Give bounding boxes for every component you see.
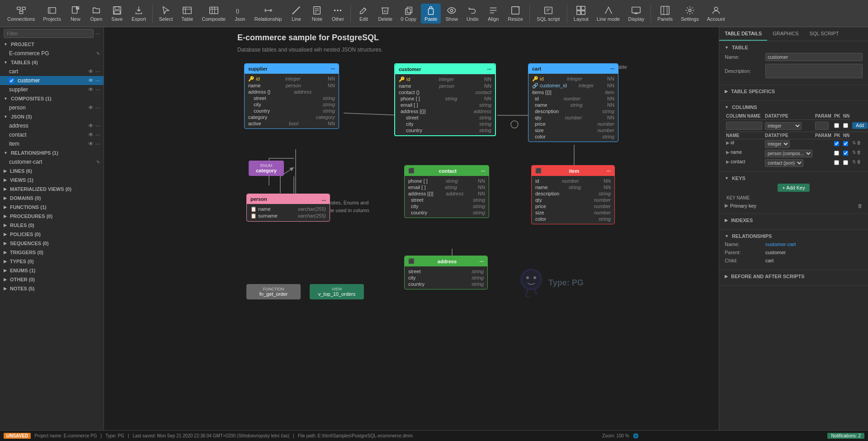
section-tables[interactable]: ▼ TABLES (4) [0,58,104,67]
eye-icon[interactable]: 👁 [88,123,94,129]
rel-name-value[interactable]: customer-cart [765,242,796,247]
table-description-input[interactable] [765,64,863,78]
nn-checkbox[interactable] [843,151,848,156]
section-project[interactable]: ▼ PROJECT [0,40,104,49]
section-lines[interactable]: ▶ LINES (6) [0,166,104,175]
table-menu-icon[interactable]: ··· [480,259,484,264]
sidebar-item-cart[interactable]: cart 👁··· [0,67,104,76]
section-indexes-header[interactable]: ▶ INDEXES [725,218,863,223]
sidebar-item-item[interactable]: item 👁··· [0,139,104,148]
view-top10[interactable]: VIEW v_top_10_orders [310,284,364,299]
resize-button[interactable]: Resize [504,4,527,24]
more-icon[interactable]: ··· [95,141,100,147]
table-contact[interactable]: ⬛contact ··· phone [ ]stringNN email [ ]… [404,165,489,218]
show-button[interactable]: Show [442,4,462,24]
expand-row-icon[interactable]: ▶ [726,140,730,145]
section-domains[interactable]: ▶ DOMAINS (0) [0,194,104,203]
section-notes[interactable]: ▶ NOTES (5) [0,284,104,293]
more-icon[interactable]: ··· [95,77,100,84]
section-procedures[interactable]: ▶ PROCEDURES (0) [0,212,104,221]
filter-more-button[interactable]: ··· [95,30,100,37]
pk-checkbox[interactable] [834,160,839,165]
sidebar-filter-input[interactable] [4,29,94,38]
delete-button[interactable]: Delete [374,4,396,24]
settings-button[interactable]: Settings [677,4,703,24]
more-icon[interactable]: ··· [95,86,100,93]
tab-graphics[interactable]: GRAPHICS [767,27,804,41]
section-composites[interactable]: ▼ COMPOSITES (1) [0,94,104,103]
eye-icon[interactable]: 👁 [88,104,94,111]
column-type-select[interactable]: integer [765,140,790,148]
table-menu-icon[interactable]: ··· [610,66,614,71]
drag-icon[interactable]: ⇅ [852,150,856,155]
section-rules[interactable]: ▶ RULES (0) [0,221,104,230]
expand-row-icon[interactable]: ▶ [726,150,730,155]
section-functions[interactable]: ▶ FUNCTIONS (1) [0,203,104,212]
section-scripts-header[interactable]: ▶ BEFORE AND AFTER SCRIPTS [725,274,863,279]
sidebar-item-customer[interactable]: customer 👁··· [0,76,104,85]
table-menu-icon[interactable]: ... [322,196,326,202]
new-column-type-select[interactable]: integer varchar(255) text boolean number… [765,122,802,130]
section-relationships[interactable]: ▼ RELATIONSHIPS (1) [0,148,104,157]
linemode-button[interactable]: Line mode [593,4,623,24]
table-menu-icon[interactable]: ··· [607,168,611,174]
table-button[interactable]: Table [177,4,197,24]
table-customer[interactable]: customer ··· 🔑 idintegerNN namepersonNN … [394,63,496,136]
align-button[interactable]: Align [483,4,503,24]
sidebar-item-address[interactable]: address 👁··· [0,121,104,130]
section-table-header[interactable]: ▼ TABLE [725,45,863,50]
relationship-button[interactable]: Relationship [251,4,286,24]
tab-sql-script[interactable]: SQL SCRIPT [804,27,844,41]
connections-button[interactable]: Connections [4,4,38,24]
table-supplier[interactable]: supplier ··· 🔑 idintegerNN namepersonNN … [244,63,339,129]
table-address[interactable]: ⬛address ··· streetstring citystring cou… [404,256,488,289]
pk-checkbox[interactable] [834,151,839,156]
table-menu-icon[interactable]: ··· [481,168,485,174]
sidebar-item-person[interactable]: person 👁··· [0,103,104,112]
eye-icon[interactable]: 👁 [88,141,94,147]
enum-category[interactable]: ENUM category [249,161,284,176]
save-button[interactable]: Save [107,4,127,24]
edit-project-icon[interactable]: ✎ [96,51,100,56]
table-item[interactable]: ⬛item ··· idnumberNN namestringNN descri… [531,165,615,224]
note-button[interactable]: Note [307,4,327,24]
delete-key-icon[interactable]: 🗑 [858,203,863,209]
section-policies[interactable]: ▶ POLICIES (0) [0,230,104,239]
section-matviews[interactable]: ▶ MATERIALIZED VIEWS (0) [0,185,104,194]
new-column-pk-checkbox[interactable] [834,123,839,128]
section-columns-header[interactable]: ▼ COLUMNS [725,104,863,110]
add-column-button[interactable]: Add [852,122,868,129]
more-icon[interactable]: ··· [95,123,100,129]
eye-icon[interactable]: 👁 [88,68,94,75]
pk-checkbox[interactable] [834,141,839,146]
drag-icon[interactable]: ⇅ [852,159,856,164]
section-specifics-header[interactable]: ▶ TABLE SPECIFICS [725,89,863,94]
drag-icon[interactable]: ⇅ [852,140,856,145]
table-row[interactable]: ▶ contact contact (json) ⇅ [725,158,868,168]
more-icon[interactable]: ··· [95,104,100,111]
delete-col-icon[interactable]: 🗑 [857,140,861,145]
open-button[interactable]: Open [86,4,106,24]
sidebar-item-customer-cart[interactable]: customer-cart ✎ [0,157,104,166]
sidebar-item-contact[interactable]: contact 👁··· [0,130,104,139]
account-button[interactable]: Account [703,4,729,24]
display-button[interactable]: Display [624,4,648,24]
table-cart[interactable]: cart ··· 🔑 idintegerNN 🔗 customer_idinte… [528,63,618,142]
nn-checkbox[interactable] [843,160,848,165]
section-json[interactable]: ▼ JSON (3) [0,112,104,121]
sidebar-project-name[interactable]: E-commerce PG ✎ [0,49,104,58]
sqlscript-button[interactable]: SQL script [533,4,564,24]
line-button[interactable]: Line [286,4,306,24]
section-rels-header[interactable]: ▼ RELATIONSHIPS [725,233,863,239]
expand-row-icon[interactable]: ▶ [726,159,730,164]
column-type-select[interactable]: contact (json) [765,159,803,167]
section-enums[interactable]: ▶ ENUMS (1) [0,266,104,275]
expand-key-icon[interactable]: ▶ [725,203,728,209]
function-fn-get-order[interactable]: FUNCTION fn_get_order [246,284,301,299]
export-button[interactable]: Export [128,4,150,24]
edit-rel-icon[interactable]: ✎ [96,160,100,165]
composite-button[interactable]: Composite [198,4,229,24]
more-icon[interactable]: ··· [95,68,100,75]
sidebar-item-supplier[interactable]: supplier 👁··· [0,85,104,94]
more-icon[interactable]: ··· [95,132,100,138]
